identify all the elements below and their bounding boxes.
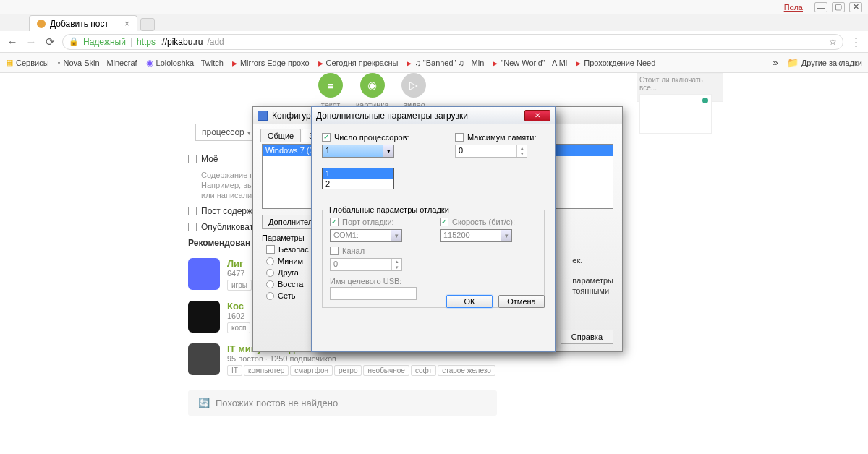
community-avatar — [188, 343, 220, 375]
refresh-icon: 🔄 — [198, 398, 210, 408]
community-tag[interactable]: старое железо — [438, 365, 495, 376]
forward-button: → — [25, 35, 38, 48]
debug-port-select: COM1:▾ — [330, 229, 402, 242]
community-tag[interactable]: ретро — [334, 365, 362, 376]
secure-label: Надежный — [83, 37, 126, 47]
url-field[interactable]: 🔒 Надежный | https://pikabu.ru/add ☆ — [62, 34, 843, 50]
chevron-down-icon: ▾ — [383, 145, 393, 157]
bookmark-star-icon[interactable]: ☆ — [829, 37, 837, 47]
channel-checkbox: Канал — [330, 247, 427, 255]
close-icon[interactable]: ✕ — [524, 110, 550, 121]
community-tag[interactable]: необычное — [363, 365, 409, 376]
maximize-button[interactable]: ▢ — [832, 2, 845, 12]
community-tag[interactable]: IT — [227, 365, 242, 376]
favicon — [37, 20, 46, 28]
dropdown-option[interactable]: 2 — [323, 179, 393, 189]
help-button[interactable]: Справка — [561, 330, 613, 344]
debug-speed-checkbox: Скорость (бит/с): — [440, 218, 537, 226]
advanced-boot-dialog[interactable]: Дополнительные параметры загрузки ✕ Числ… — [311, 106, 556, 352]
cancel-button[interactable]: Отмена — [498, 295, 545, 308]
tab-bar: Добавить пост × — [0, 14, 868, 31]
close-tab-icon[interactable]: × — [124, 19, 129, 29]
apps-button[interactable]: ▦ Сервисы — [6, 58, 49, 67]
close-window-button[interactable]: ✕ — [849, 2, 862, 12]
usb-label: Имя целевого USB: — [330, 277, 537, 286]
camera-icon: ◉ — [360, 73, 385, 98]
tool-video[interactable]: ▷видео — [401, 73, 426, 109]
dialog-titlebar[interactable]: Дополнительные параметры загрузки ✕ — [312, 107, 555, 124]
usb-input — [330, 287, 417, 300]
tool-image[interactable]: ◉картинка — [356, 73, 388, 109]
lock-icon: 🔒 — [69, 37, 79, 46]
back-button[interactable]: ← — [6, 35, 19, 48]
max-memory-checkbox[interactable]: Максимум памяти: — [455, 133, 545, 142]
bookmark-item[interactable]: ◉Lololoshka - Twitch — [146, 58, 224, 68]
ok-button[interactable]: ОК — [446, 295, 493, 308]
preview-card: Стоит ли включать все... — [637, 73, 723, 102]
boot-info: ек. параметры тоянными — [572, 255, 613, 296]
bookmark-item[interactable]: ▸♫ "Banned" ♫ - Min — [407, 57, 484, 69]
browser-tab[interactable]: Добавить пост × — [29, 15, 137, 31]
community-tag[interactable]: компьютер — [244, 365, 289, 376]
cpu-count-select[interactable]: 1▾ — [322, 145, 394, 158]
url-scheme: https — [137, 37, 156, 47]
community-tag[interactable]: софт — [411, 365, 436, 376]
other-bookmarks[interactable]: 📁Другие закладки — [787, 57, 862, 68]
window-titlebar: Пола — ▢ ✕ — [0, 0, 868, 14]
address-bar: ← → ⟳ 🔒 Надежный | https://pikabu.ru/add… — [0, 31, 868, 53]
tab-title: Добавить пост — [50, 19, 109, 29]
debug-group: Глобальные параметры отладки Порт отладк… — [322, 210, 545, 308]
tag-input[interactable]: процессор▾ — [195, 124, 258, 141]
play-icon: ▷ — [401, 73, 426, 98]
overflow-icon[interactable]: » — [773, 57, 778, 68]
tool-text[interactable]: ≡текст — [318, 73, 343, 109]
bookmark-item[interactable]: ▫Nova Skin - Minecraf — [58, 59, 137, 67]
tab-general[interactable]: Общие — [260, 129, 301, 142]
menu-icon[interactable]: ⋮ — [849, 35, 862, 48]
bookmark-item[interactable]: ▸Mirrors Edge прохо — [232, 57, 310, 69]
max-memory-input[interactable]: 0▴▾ — [455, 145, 527, 158]
text-icon: ≡ — [318, 73, 343, 98]
community-tag[interactable]: смартфон — [290, 365, 333, 376]
profile-name[interactable]: Пола — [784, 3, 803, 12]
msconfig-icon — [258, 111, 268, 121]
bookmark-item[interactable]: ▸Сегодня прекрасны — [318, 57, 399, 69]
reload-button[interactable]: ⟳ — [43, 35, 56, 48]
new-tab-button[interactable] — [140, 18, 155, 31]
channel-input: 0▴▾ — [330, 258, 402, 271]
cpu-count-dropdown[interactable]: 1 2 — [322, 168, 394, 189]
debug-speed-select: 115200▾ — [440, 229, 512, 242]
minimize-button[interactable]: — — [814, 2, 827, 12]
dropdown-option[interactable]: 1 — [323, 168, 393, 179]
no-similar-notice: 🔄 Похожих постов не найдено — [188, 390, 497, 416]
debug-port-checkbox: Порт отладки: — [330, 218, 427, 226]
bookmark-item[interactable]: ▸Прохождение Need — [576, 57, 655, 69]
cpu-count-checkbox[interactable]: Число процессоров: — [322, 133, 412, 142]
bookmarks-bar: ▦ Сервисы ▫Nova Skin - Minecraf ◉Lololos… — [0, 53, 868, 73]
bookmark-item[interactable]: ▸"New World" - A Mi — [493, 57, 567, 69]
